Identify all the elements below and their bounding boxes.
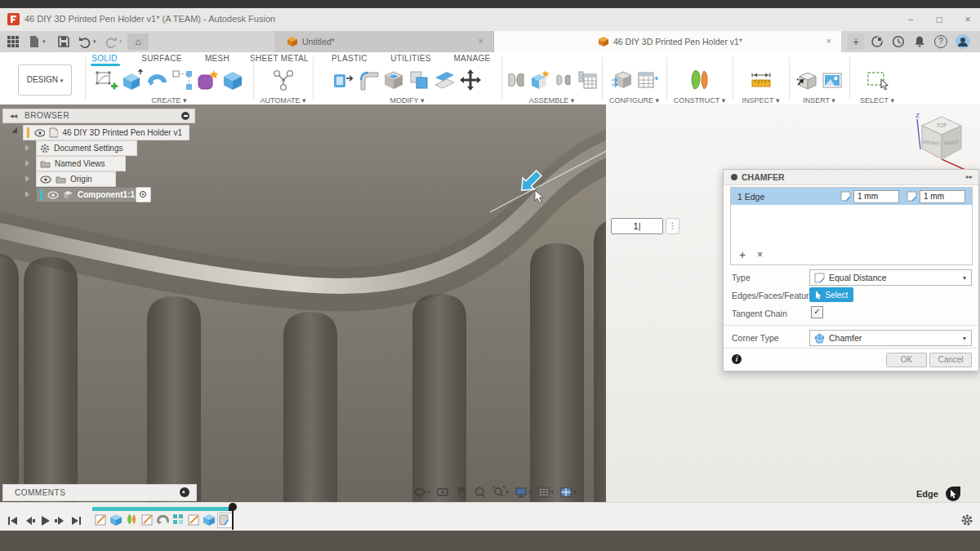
activate-component-radio[interactable] (136, 187, 151, 202)
edge-set-row[interactable]: 1 Edge 1 mm 1 mm (731, 188, 972, 205)
chamfer-edge-list[interactable]: 1 Edge 1 mm 1 mm + × (730, 187, 973, 265)
fit-caret[interactable]: ▾ (506, 489, 510, 495)
dialog-expand-icon[interactable]: ▸▸ (966, 173, 973, 180)
visibility-eye-icon[interactable] (47, 191, 59, 199)
joint-icon[interactable] (506, 69, 527, 91)
timeline-sketch-feature[interactable] (140, 513, 154, 527)
select-button[interactable]: Select (809, 287, 853, 302)
help-icon[interactable]: ? (934, 35, 947, 48)
timeline-sketch-feature[interactable] (94, 513, 108, 527)
remove-edge-set-button[interactable]: × (757, 249, 763, 260)
minimize-button[interactable]: − (898, 11, 923, 28)
timeline-skip-end-button[interactable] (69, 514, 82, 527)
box-primitive-icon[interactable] (221, 69, 244, 91)
undo-icon[interactable] (78, 35, 91, 48)
ok-button[interactable]: OK (886, 353, 927, 367)
comments-bar[interactable]: COMMENTS ▴ (2, 484, 197, 501)
browser-options-icon[interactable] (181, 112, 189, 120)
timeline-revolve-feature[interactable] (156, 513, 170, 527)
file-menu-caret[interactable]: ▾ (42, 38, 46, 45)
group-label-inspect[interactable]: INSPECT ▾ (734, 96, 787, 104)
move-copy-icon[interactable] (458, 68, 483, 92)
display-settings-tool[interactable]: ▾ (514, 486, 532, 499)
timeline-pattern-feature[interactable] (172, 513, 185, 527)
timeline-step-back-button[interactable] (23, 514, 36, 527)
create-sketch-icon[interactable] (95, 69, 118, 91)
timeline-plane-feature[interactable] (125, 513, 139, 527)
configure-icon[interactable] (610, 69, 633, 91)
browser-root-item[interactable]: 46 DIY 3D Printed Pen Holder v1 (23, 125, 189, 140)
workspace-switcher[interactable]: DESIGN ▾ (18, 64, 72, 96)
viewports-caret[interactable]: ▾ (573, 489, 577, 495)
group-label-modify[interactable]: MODIFY ▾ (314, 96, 500, 104)
timeline-marker-line[interactable] (232, 504, 234, 530)
timeline-skip-start-button[interactable] (7, 514, 20, 527)
tab-close-icon[interactable]: × (826, 36, 831, 46)
ribbon-tab-sheetmetal[interactable]: SHEET METAL (250, 54, 309, 63)
tree-expand-icon[interactable] (25, 176, 29, 182)
corner-dropdown-caret[interactable]: ▾ (963, 335, 966, 342)
extrude-icon[interactable] (120, 69, 143, 91)
select-icon[interactable] (865, 68, 889, 92)
timeline-chamfer-feature[interactable] (217, 513, 233, 528)
construct-plane-icon[interactable] (688, 68, 712, 92)
extensions-icon[interactable] (871, 35, 884, 48)
timeline-settings-gear-icon[interactable] (960, 513, 973, 527)
grid-layout-tool[interactable]: ▾ (537, 486, 555, 499)
input-options-kebab-icon[interactable]: ⋮ (666, 218, 679, 234)
visibility-eye-icon[interactable] (34, 129, 45, 137)
group-label-configure[interactable]: CONFIGURE ▾ (604, 96, 665, 104)
browser-item-document-settings[interactable]: Document Settings (36, 140, 137, 156)
viewports-tool[interactable]: ▾ (559, 486, 577, 499)
timeline-sketch-feature[interactable] (187, 513, 201, 527)
ribbon-tab-mesh[interactable]: MESH (205, 54, 229, 63)
tangent-chain-checkbox[interactable]: ✓ (811, 306, 823, 318)
redo-icon[interactable] (105, 35, 118, 48)
tree-expand-icon[interactable] (25, 191, 29, 198)
grid-caret[interactable]: ▾ (551, 489, 555, 495)
fit-tool[interactable]: ▾ (492, 486, 510, 499)
type-dropdown[interactable]: Equal Distance ▾ (809, 269, 972, 286)
orbit-tool[interactable]: ▾ (413, 486, 430, 499)
browser-item-origin[interactable]: Origin (36, 171, 116, 187)
dialog-header[interactable]: CHAMFER ▸▸ (724, 170, 978, 185)
viewcube-top-label[interactable]: TOP (936, 122, 947, 128)
zoom-tool[interactable] (474, 486, 487, 499)
ribbon-tab-plastic[interactable]: PLASTIC (332, 54, 368, 63)
group-label-automate[interactable]: AUTOMATE ▾ (255, 96, 311, 104)
new-tab-button[interactable]: + (848, 33, 864, 50)
file-menu-icon[interactable] (28, 35, 41, 48)
timeline-step-forward-button[interactable] (54, 514, 67, 527)
browser-collapse-icon[interactable]: ◀◀ (10, 113, 17, 118)
timeline-extrude-feature[interactable] (203, 513, 216, 527)
timeline-group-bar[interactable] (92, 507, 233, 511)
user-avatar[interactable] (956, 34, 970, 49)
info-icon[interactable]: i (732, 354, 742, 364)
tree-expand-root-icon[interactable] (11, 127, 17, 133)
joint-origin-icon[interactable] (553, 69, 574, 91)
type-dropdown-caret[interactable]: ▾ (963, 274, 966, 282)
maximize-button[interactable]: □ (927, 11, 951, 28)
combine-icon[interactable] (408, 69, 430, 91)
cancel-button[interactable]: Cancel (929, 353, 972, 367)
tree-expand-icon[interactable] (25, 160, 29, 167)
timeline-play-button[interactable] (38, 514, 51, 527)
create-form-icon[interactable] (196, 69, 219, 91)
ribbon-tab-surface[interactable]: SURFACE (141, 54, 181, 63)
job-status-clock-icon[interactable] (892, 35, 905, 48)
group-label-insert[interactable]: INSERT ▾ (791, 96, 848, 104)
save-icon[interactable] (57, 35, 70, 48)
orbit-caret[interactable]: ▾ (427, 489, 430, 495)
visibility-eye-icon[interactable] (40, 176, 51, 184)
new-component-icon[interactable] (529, 69, 550, 91)
close-button[interactable]: × (956, 11, 980, 28)
distance-2-input[interactable]: 1 mm (920, 190, 965, 203)
configuration-table-icon[interactable] (635, 69, 658, 91)
browser-item-named-views[interactable]: Named Views (36, 156, 126, 171)
comments-expand-icon[interactable]: ▴ (180, 487, 189, 497)
revolve-icon[interactable] (145, 69, 168, 91)
undo-caret[interactable]: ▾ (93, 38, 96, 45)
press-pull-icon[interactable] (332, 69, 354, 91)
ribbon-tab-utilities[interactable]: UTILITIES (390, 54, 430, 63)
group-label-assemble[interactable]: ASSEMBLE ▾ (503, 96, 600, 104)
